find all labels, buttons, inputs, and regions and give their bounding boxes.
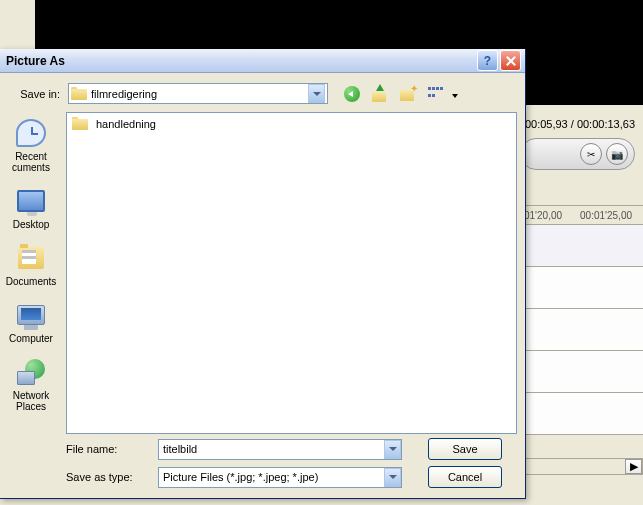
file-name-label: File name: [66,443,150,455]
recent-icon [16,119,46,147]
dialog-body: Recent cuments Desktop Documents Compute… [0,112,525,434]
save-as-type-value: Picture Files (*.jpg; *.jpeg; *.jpe) [163,471,384,483]
timeline-mark: 01'20,00 [524,210,562,221]
horizontal-scrollbar[interactable]: ▶ [520,458,643,475]
timecode-display: 00:00:05,93 / 00:00:13,63 [510,118,635,130]
network-icon [17,359,45,385]
folder-icon [72,117,88,130]
timeline-ruler: 01'20,00 00:01'25,00 [520,205,643,225]
save-button[interactable]: Save [428,438,502,460]
dropdown-arrow-icon[interactable] [308,84,325,103]
views-menu-button[interactable] [426,84,446,104]
save-as-type-dropdown[interactable]: Picture Files (*.jpg; *.jpeg; *.jpe) [158,467,402,488]
place-label: Documents [6,276,57,287]
timeline-track[interactable] [520,351,643,393]
place-my-network-places[interactable]: Network Places [3,353,59,415]
file-name: handledning [96,118,156,130]
file-name-input[interactable] [158,439,402,460]
place-label: Network Places [13,390,50,412]
timeline-track[interactable] [520,225,643,267]
place-recent-documents[interactable]: Recent cuments [3,114,59,176]
desktop-icon [17,190,45,212]
file-list[interactable]: handledning [66,112,517,434]
save-picture-dialog: Picture As ? Save in: filmredigering Rec… [0,49,526,499]
save-in-row: Save in: filmredigering [0,73,525,112]
timeline-mark: 00:01'25,00 [580,210,632,221]
up-one-level-button[interactable] [370,84,390,104]
file-name-field[interactable] [163,443,384,455]
dialog-title: Picture As [6,54,475,68]
views-dropdown-arrow[interactable] [452,88,458,100]
place-label: Recent cuments [12,151,50,173]
create-new-folder-button[interactable] [398,84,418,104]
scroll-right-arrow[interactable]: ▶ [625,459,642,474]
dialog-footer: File name: Save Save as type: Picture Fi… [0,434,525,498]
timeline-track[interactable] [520,267,643,309]
take-picture-button[interactable]: 📷 [606,143,628,165]
titlebar[interactable]: Picture As ? [0,49,525,73]
place-desktop[interactable]: Desktop [3,182,59,233]
list-item[interactable]: handledning [70,116,513,131]
dropdown-arrow-icon[interactable] [384,440,401,459]
timeline-tracks [520,225,643,435]
split-clip-button[interactable]: ✂ [580,143,602,165]
playback-controls: ✂ 📷 [520,138,635,170]
place-my-documents[interactable]: Documents [3,239,59,290]
computer-icon [17,305,45,325]
save-in-dropdown[interactable]: filmredigering [68,83,328,104]
folder-icon [71,87,87,100]
place-label: Computer [9,333,53,344]
folder-toolbar [342,84,458,104]
save-as-type-label: Save as type: [66,471,150,483]
back-button[interactable] [342,84,362,104]
save-in-value: filmredigering [91,88,308,100]
timeline-track[interactable] [520,393,643,435]
timeline-track[interactable] [520,309,643,351]
cancel-button[interactable]: Cancel [428,466,502,488]
save-in-label: Save in: [8,88,64,100]
place-my-computer[interactable]: Computer [3,296,59,347]
dropdown-arrow-icon[interactable] [384,468,401,487]
place-label: Desktop [13,219,50,230]
help-button[interactable]: ? [477,50,498,71]
close-button[interactable] [500,50,521,71]
documents-icon [18,247,44,269]
places-bar: Recent cuments Desktop Documents Compute… [0,112,62,434]
